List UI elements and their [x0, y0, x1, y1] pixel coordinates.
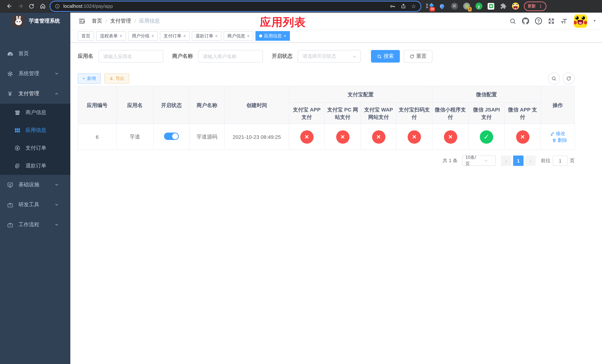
help-icon[interactable]: ? — [535, 17, 542, 24]
edit-button[interactable]: 修改 — [550, 130, 565, 137]
page-title: 应用列表 — [260, 15, 306, 30]
cell-merchant: 芋道源码 — [189, 124, 225, 150]
export-button[interactable]: 导出 — [104, 73, 129, 84]
sidebar-fold-icon[interactable] — [78, 18, 85, 24]
browser-menu-icon[interactable]: ⋮ — [538, 3, 543, 9]
tab-label: 首页 — [81, 33, 90, 39]
sidebar-item-home[interactable]: 首页 — [0, 44, 70, 64]
reset-button[interactable]: 重置 — [404, 50, 432, 63]
sidebar-item-label: 应用信息 — [26, 127, 46, 134]
next-page-button[interactable]: › — [525, 156, 536, 166]
refresh-table-button[interactable] — [563, 73, 575, 85]
status-cross-icon: × — [444, 130, 457, 143]
page-number-1[interactable]: 1 — [513, 156, 524, 166]
col-header-status: 开启状态 — [153, 86, 189, 124]
update-label: 更新 — [527, 3, 536, 9]
extension-blocks-icon[interactable]: 10 — [426, 2, 434, 10]
yen-circle-icon — [14, 145, 21, 151]
monitor-check-icon — [7, 182, 13, 188]
extension-ring-icon[interactable]: 1 — [462, 2, 471, 10]
sidebar-item-app-info[interactable]: 应用信息 — [0, 121, 70, 139]
tab-home[interactable]: 首页 — [78, 31, 94, 41]
edit-pencil-icon — [550, 131, 555, 136]
sidebar-item-pay-order[interactable]: 支付订单 — [0, 139, 70, 157]
tab-merchant-info[interactable]: 商户信息 × — [224, 31, 253, 41]
close-icon[interactable]: × — [215, 34, 218, 38]
tab-app-info[interactable]: 应用信息 × — [256, 31, 290, 41]
home-icon[interactable] — [37, 0, 48, 12]
forward-icon[interactable] — [15, 0, 26, 12]
reload-icon[interactable] — [26, 0, 37, 12]
search-icon[interactable] — [509, 18, 516, 24]
cell-wx-app: × — [505, 124, 541, 150]
add-button[interactable]: + 新增 — [78, 73, 101, 84]
site-info-icon[interactable] — [55, 3, 60, 9]
back-icon[interactable] — [4, 0, 15, 12]
prev-page-button[interactable]: ‹ — [501, 156, 511, 166]
download-icon — [109, 76, 114, 81]
fullscreen-icon[interactable] — [548, 18, 555, 24]
close-icon[interactable]: × — [183, 34, 186, 38]
toggle-search-button[interactable] — [548, 73, 560, 85]
extension-command-icon[interactable]: ⌘ — [450, 2, 458, 10]
tags-view-bar: 首页 流程表单 × 用户分组 × 支付订单 × 退款订单 × — [70, 30, 602, 43]
close-icon[interactable]: × — [119, 34, 122, 38]
col-header-app-name: 应用名 — [117, 86, 153, 124]
sidebar-item-refund-order[interactable]: 退款订单 — [0, 157, 70, 175]
plus-icon: + — [83, 76, 85, 81]
goto-unit-label: 页 — [570, 157, 575, 164]
app-name-input[interactable] — [98, 50, 163, 63]
status-select[interactable]: 请选择开启状态 — [298, 50, 361, 63]
close-icon[interactable]: × — [151, 34, 154, 38]
gear-icon — [7, 71, 13, 77]
browser-update-button[interactable]: 更新 ⋮ — [524, 1, 547, 11]
github-icon[interactable] — [522, 17, 529, 24]
tab-pay-order[interactable]: 支付订单 × — [160, 31, 190, 41]
user-avatar[interactable] — [574, 14, 587, 28]
close-icon[interactable]: × — [284, 34, 286, 38]
tab-user-group[interactable]: 用户分组 × — [128, 31, 158, 41]
extension-chat-icon[interactable] — [487, 2, 495, 10]
status-cross-icon: × — [408, 130, 421, 143]
close-icon[interactable]: × — [247, 34, 249, 38]
font-size-icon[interactable] — [560, 18, 568, 24]
bookmark-star-icon[interactable]: ☆ — [411, 3, 416, 9]
sidebar-item-devtools[interactable]: 研发工具 — [0, 195, 70, 215]
sidebar-item-infrastructure[interactable]: 基础设施 — [0, 175, 70, 195]
cell-created: 2021-10-23 08:49:25 — [225, 124, 289, 150]
address-bar[interactable]: localhost:1024/pay/app ☆ — [50, 1, 420, 11]
search-button[interactable]: 搜索 — [371, 50, 400, 63]
merchant-name-input[interactable] — [198, 50, 263, 63]
chevron-down-icon — [53, 203, 60, 207]
sidebar-item-merchant-info[interactable]: 商户信息 — [0, 104, 70, 121]
active-dot — [259, 34, 262, 37]
tab-process-form[interactable]: 流程表单 × — [96, 31, 126, 41]
avatar-caret-icon[interactable]: ▼ — [593, 19, 596, 22]
sidebar-item-payment[interactable]: ¥ 支付管理 — [0, 84, 70, 104]
page-size-select[interactable]: 10条/页 — [462, 156, 496, 166]
page-size-value: 10条/页 — [465, 154, 479, 167]
select-placeholder: 请选择开启状态 — [302, 53, 353, 60]
extension-y-icon[interactable]: y — [475, 2, 483, 10]
status-cross-icon: × — [336, 130, 349, 143]
col-header-alipay-qr: 支付宝扫码支付 — [396, 102, 432, 124]
sidebar-item-label: 工作流程 — [19, 221, 53, 228]
sidebar-item-label: 商户信息 — [26, 109, 46, 116]
extension-badge: 1 — [468, 7, 472, 11]
breadcrumb: 首页 / 支付管理 / 应用信息 — [92, 18, 160, 24]
tab-refund-order[interactable]: 退款订单 × — [192, 31, 221, 41]
status-toggle[interactable] — [164, 133, 179, 140]
sidebar-item-workflow[interactable]: 工作流程 — [0, 215, 70, 235]
goto-page-input[interactable] — [553, 156, 568, 166]
breadcrumb-home[interactable]: 首页 — [92, 18, 102, 24]
password-key-icon[interactable] — [389, 3, 395, 9]
extensions-puzzle-icon[interactable] — [499, 2, 507, 10]
filter-form: 应用名 商户名称 开启状态 请选择开启状态 — [78, 50, 602, 63]
sidebar-item-system[interactable]: 系统管理 — [0, 64, 70, 84]
extension-balloon-icon[interactable] — [438, 2, 446, 10]
col-header-wx-app: 微信 APP 支付 — [505, 102, 541, 124]
delete-button[interactable]: 删除 — [552, 137, 567, 143]
share-icon[interactable] — [400, 3, 406, 9]
profile-emoji-icon[interactable] — [511, 2, 519, 10]
breadcrumb-payment[interactable]: 支付管理 — [110, 18, 131, 24]
